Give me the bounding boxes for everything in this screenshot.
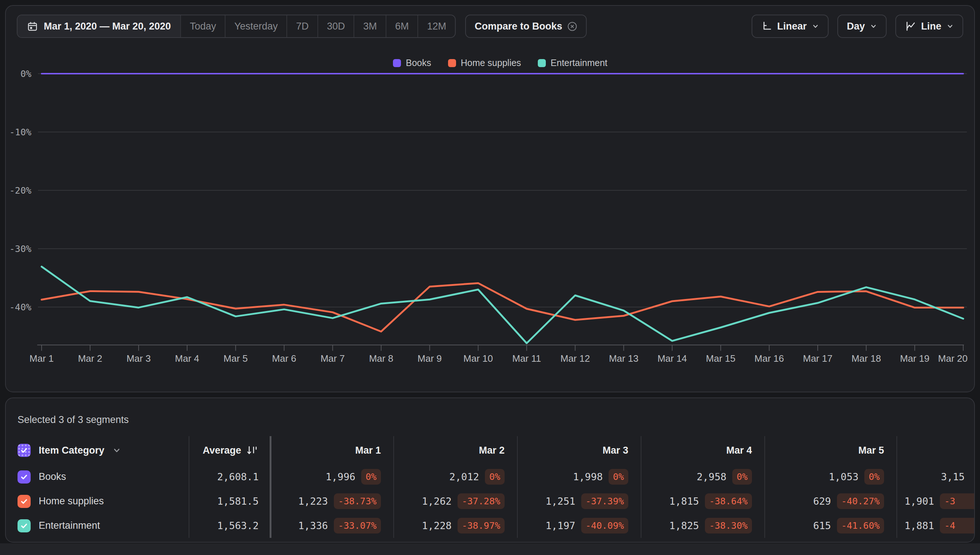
y-axis-tick-label: -10%	[10, 127, 31, 138]
pct-badge: 0%	[864, 469, 884, 484]
x-axis-tick-label: Mar 11	[512, 353, 541, 364]
entertainment-mar5: 615-41.60%	[765, 513, 896, 538]
check-icon	[19, 472, 29, 482]
pct-badge: -37.28%	[458, 493, 504, 509]
home-supplies-mar4: 1,815-38.64%	[641, 489, 765, 513]
x-axis-tick-label: Mar 12	[561, 353, 590, 364]
row-entertainment-label-cell: Entertainment	[18, 513, 189, 538]
x-axis-tick-label: Mar 5	[224, 353, 248, 364]
sort-descending-icon	[246, 445, 259, 456]
pct-badge: 0%	[609, 469, 628, 484]
x-axis-tick-label: Mar 17	[803, 353, 832, 364]
col-header-mar-5: Mar 5	[765, 436, 896, 465]
chevron-down-icon	[112, 446, 121, 455]
y-axis-tick-label: -30%	[10, 244, 31, 254]
pct-badge: -38.73%	[334, 493, 381, 509]
x-axis-tick-label: Mar 3	[127, 353, 151, 364]
table-column-mar6-partial: 3,15 1,901 -3 1,881 -4	[896, 436, 975, 538]
row-books-label-cell: Books	[18, 465, 189, 489]
line-chart: 0%-10%-20%-30%-40%Mar 1Mar 2Mar 3Mar 4Ma…	[5, 5, 975, 379]
pct-badge: -40.27%	[837, 493, 884, 509]
entertainment-mar1: 1,336-33.07%	[270, 513, 393, 538]
books-checkbox[interactable]	[18, 470, 31, 483]
check-icon	[19, 446, 29, 455]
col-header-mar-3: Mar 3	[517, 436, 641, 465]
col-header-mar-2: Mar 2	[393, 436, 517, 465]
x-axis-tick-label: Mar 2	[78, 353, 102, 364]
pct-badge: -38.64%	[705, 493, 752, 509]
average-header-label: Average	[202, 445, 241, 456]
category-header-label: Item Category	[39, 445, 104, 456]
col-header-mar-4: Mar 4	[641, 436, 765, 465]
x-axis-tick-label: Mar 14	[657, 353, 687, 364]
selected-count: Selected 3 of 3 segments	[18, 414, 129, 425]
books-mar2: 2,0120%	[393, 465, 517, 489]
home-supplies-checkbox[interactable]	[18, 495, 31, 508]
pct-badge: -41.60%	[837, 518, 884, 534]
books-mar6: 3,15	[897, 465, 975, 489]
row-home-supplies-label-cell: Home supplies	[18, 489, 189, 513]
col-header-mar-1: Mar 1	[270, 436, 393, 465]
x-axis-tick-label: Mar 16	[755, 353, 784, 364]
page-bottom-gutter	[0, 543, 980, 555]
segments-card: Selected 3 of 3 segments Item Category A…	[5, 398, 975, 542]
pct-badge: -33.07%	[334, 518, 381, 534]
x-axis-tick-label: Mar 9	[418, 353, 442, 364]
entertainment-average: 1,563.2	[189, 513, 270, 538]
books-mar3: 1,9980%	[517, 465, 641, 489]
home-supplies-average: 1,581.5	[189, 489, 270, 513]
pct-badge: -3	[940, 493, 975, 509]
segment-label: Entertainment	[39, 520, 100, 531]
check-icon	[19, 521, 29, 531]
books-mar5: 1,0530%	[765, 465, 896, 489]
books-mar4: 2,9580%	[641, 465, 765, 489]
entertainment-mar3: 1,197-40.09%	[517, 513, 641, 538]
x-axis-tick-label: Mar 6	[272, 353, 296, 364]
x-axis-tick-label: Mar 10	[463, 353, 493, 364]
col-header-average[interactable]: Average	[189, 436, 270, 465]
home-supplies-mar2: 1,262-37.28%	[393, 489, 517, 513]
x-axis-tick-label: Mar 13	[609, 353, 638, 364]
pct-badge: -38.97%	[458, 518, 504, 534]
y-axis-tick-label: 0%	[21, 69, 31, 79]
home-supplies-mar5: 629-40.27%	[765, 489, 896, 513]
x-axis-tick-label: Mar 8	[369, 353, 393, 364]
x-axis-tick-label: Mar 20	[938, 353, 967, 364]
pct-badge: 0%	[485, 469, 504, 484]
pct-badge: -4	[940, 518, 975, 534]
pct-badge: -38.30%	[705, 518, 752, 534]
entertainment-checkbox[interactable]	[18, 519, 31, 533]
home-supplies-mar6: 1,901 -3	[897, 489, 975, 513]
pct-badge: -37.39%	[581, 493, 628, 509]
series-line-entertainment	[42, 266, 963, 343]
segments-table: Item Category Average Mar 1 Mar 2 Mar 3 …	[18, 436, 896, 538]
y-axis-tick-label: -20%	[10, 185, 31, 196]
x-axis-tick-label: Mar 19	[900, 353, 930, 364]
segment-label: Home supplies	[39, 496, 104, 507]
home-supplies-mar1: 1,223-38.73%	[270, 489, 393, 513]
y-axis-tick-label: -40%	[10, 302, 31, 313]
pct-badge: 0%	[361, 469, 381, 484]
entertainment-mar6: 1,881 -4	[897, 513, 975, 538]
chart-card: Mar 1, 2020 — Mar 20, 2020 Today Yesterd…	[5, 5, 975, 392]
select-all-checkbox[interactable]	[18, 444, 31, 457]
x-axis-tick-label: Mar 7	[320, 353, 344, 364]
pct-badge: -40.09%	[581, 518, 628, 534]
entertainment-mar4: 1,825-38.30%	[641, 513, 765, 538]
x-axis-tick-label: Mar 15	[706, 353, 736, 364]
x-axis-tick-label: Mar 18	[851, 353, 881, 364]
home-supplies-mar3: 1,251-37.39%	[517, 489, 641, 513]
x-axis-tick-label: Mar 4	[175, 353, 199, 364]
entertainment-mar2: 1,228-38.97%	[393, 513, 517, 538]
col-header-category[interactable]: Item Category	[18, 436, 189, 465]
segment-label: Books	[39, 471, 66, 483]
books-mar1: 1,9960%	[270, 465, 393, 489]
x-axis-tick-label: Mar 1	[30, 353, 54, 364]
check-icon	[19, 497, 29, 506]
books-average: 2,608.1	[189, 465, 270, 489]
pct-badge: 0%	[732, 469, 752, 484]
